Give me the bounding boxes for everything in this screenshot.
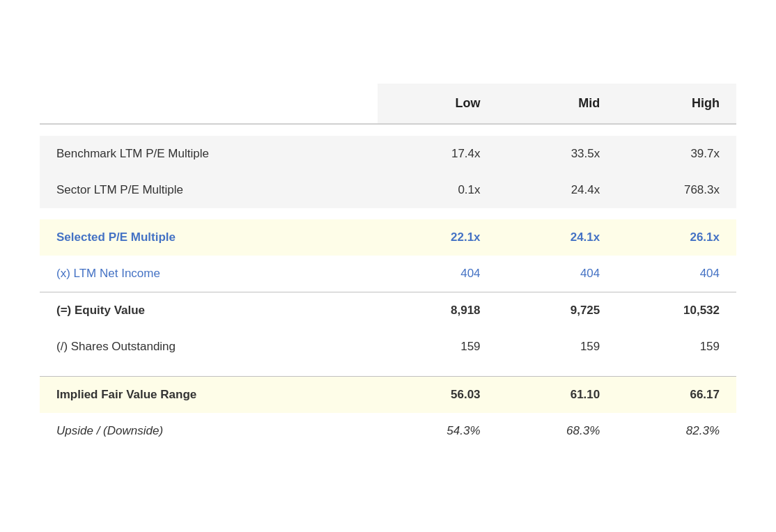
row-low-ltm-net-income: 404 — [378, 256, 497, 292]
spacer-cell-0 — [40, 365, 378, 377]
table-row-sector-ltm: Sector LTM P/E Multiple0.1x24.4x768.3x — [40, 172, 736, 208]
row-mid-implied-fair-value: 61.10 — [497, 376, 617, 413]
row-mid-ltm-net-income: 404 — [497, 256, 617, 292]
row-mid-sector-ltm: 24.4x — [497, 172, 617, 208]
row-low-implied-fair-value: 56.03 — [378, 376, 497, 413]
spacer-cell-1 — [378, 124, 497, 136]
spacer-cell-2 — [497, 365, 617, 377]
row-high-benchmark-ltm: 39.7x — [616, 136, 736, 172]
spacer-cell-3 — [616, 124, 736, 136]
row-mid-equity-value: 9,725 — [497, 292, 617, 329]
row-mid-upside-downside: 68.3% — [497, 413, 617, 449]
row-label-upside-downside: Upside / (Downside) — [40, 413, 378, 449]
row-label-ltm-net-income: (x) LTM Net Income — [40, 256, 378, 292]
header-label — [40, 84, 378, 124]
row-high-shares-outstanding: 159 — [616, 329, 736, 365]
spacer-cell-3 — [616, 208, 736, 219]
spacer-cell-1 — [378, 208, 497, 219]
header-high: High — [616, 84, 736, 124]
table-row-ltm-net-income: (x) LTM Net Income404404404 — [40, 256, 736, 292]
row-high-sector-ltm: 768.3x — [616, 172, 736, 208]
valuation-table: Low Mid High Benchmark LTM P/E Multiple1… — [40, 84, 736, 449]
row-low-equity-value: 8,918 — [378, 292, 497, 329]
table-row-shares-outstanding: (/) Shares Outstanding159159159 — [40, 329, 736, 365]
row-high-equity-value: 10,532 — [616, 292, 736, 329]
row-high-upside-downside: 82.3% — [616, 413, 736, 449]
row-label-benchmark-ltm: Benchmark LTM P/E Multiple — [40, 136, 378, 172]
spacer-cell-0 — [40, 124, 378, 136]
table-row-equity-value: (=) Equity Value8,9189,72510,532 — [40, 292, 736, 329]
table-row-spacer-top — [40, 124, 736, 136]
row-low-benchmark-ltm: 17.4x — [378, 136, 497, 172]
row-mid-benchmark-ltm: 33.5x — [497, 136, 617, 172]
header-low: Low — [378, 84, 497, 124]
header-mid: Mid — [497, 84, 617, 124]
table-row-spacer-mid1 — [40, 208, 736, 219]
row-label-equity-value: (=) Equity Value — [40, 292, 378, 329]
row-label-implied-fair-value: Implied Fair Value Range — [40, 376, 378, 413]
spacer-cell-1 — [378, 365, 497, 377]
main-container: Low Mid High Benchmark LTM P/E Multiple1… — [19, 70, 757, 463]
row-low-sector-ltm: 0.1x — [378, 172, 497, 208]
row-label-sector-ltm: Sector LTM P/E Multiple — [40, 172, 378, 208]
row-label-selected-pe: Selected P/E Multiple — [40, 219, 378, 256]
row-high-selected-pe: 26.1x — [616, 219, 736, 256]
row-low-selected-pe: 22.1x — [378, 219, 497, 256]
row-low-upside-downside: 54.3% — [378, 413, 497, 449]
row-high-implied-fair-value: 66.17 — [616, 376, 736, 413]
table-row-implied-fair-value: Implied Fair Value Range56.0361.1066.17 — [40, 376, 736, 413]
table-row-spacer-mid2 — [40, 365, 736, 377]
spacer-cell-0 — [40, 208, 378, 219]
spacer-cell-2 — [497, 124, 617, 136]
table-row-benchmark-ltm: Benchmark LTM P/E Multiple17.4x33.5x39.7… — [40, 136, 736, 172]
row-mid-shares-outstanding: 159 — [497, 329, 617, 365]
spacer-cell-3 — [616, 365, 736, 377]
table-row-selected-pe: Selected P/E Multiple22.1x24.1x26.1x — [40, 219, 736, 256]
row-mid-selected-pe: 24.1x — [497, 219, 617, 256]
row-high-ltm-net-income: 404 — [616, 256, 736, 292]
row-label-shares-outstanding: (/) Shares Outstanding — [40, 329, 378, 365]
table-row-upside-downside: Upside / (Downside)54.3%68.3%82.3% — [40, 413, 736, 449]
row-low-shares-outstanding: 159 — [378, 329, 497, 365]
spacer-cell-2 — [497, 208, 617, 219]
